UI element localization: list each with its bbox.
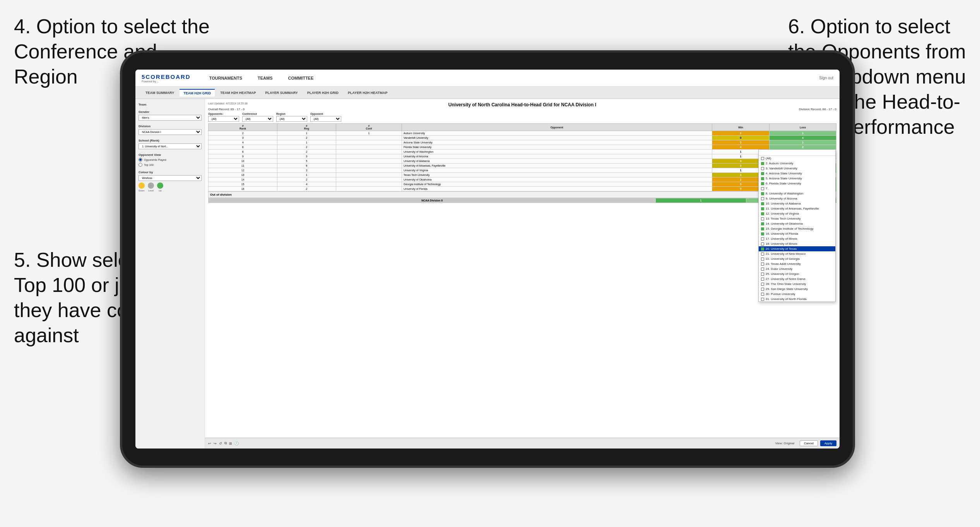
gender-label: Gender — [139, 110, 202, 114]
gender-select[interactable]: Men's — [139, 115, 202, 121]
tab-player-summary[interactable]: PLAYER SUMMARY — [262, 89, 302, 96]
undo-icon[interactable]: ↩ — [208, 442, 211, 445]
region-filter-label: Region — [276, 113, 307, 115]
colour-circle-up — [157, 182, 163, 189]
tab-team-h2h-grid[interactable]: TEAM H2H GRID — [180, 89, 215, 97]
grid-icon[interactable]: ⊞ — [229, 442, 232, 445]
dropdown-item[interactable]: 10. University of Alabama — [759, 201, 835, 206]
copy-icon[interactable]: ⧉ — [224, 441, 227, 445]
dropdown-checkbox — [761, 202, 764, 205]
opponents-filter-select[interactable]: (All) — [208, 116, 239, 122]
dropdown-checkbox — [761, 268, 764, 271]
dropdown-item[interactable]: 15. Georgia Institute of Technology — [759, 226, 835, 231]
dropdown-item[interactable]: 6. Florida State University — [759, 181, 835, 186]
dropdown-item[interactable]: 31. University of North Florida — [759, 297, 835, 302]
nav-committee[interactable]: COMMITTEE — [285, 74, 317, 82]
division-select[interactable]: NCAA Division I — [139, 129, 202, 135]
conference-filter-select[interactable]: (All) — [242, 116, 273, 122]
opponent-dropdown[interactable]: (All)2. Auburn University3. Vanderbilt U… — [758, 149, 836, 302]
dropdown-item[interactable]: 3. Vanderbilt University — [759, 166, 835, 171]
dropdown-checkbox — [761, 283, 764, 286]
dropdown-item[interactable]: 30. Purdue University — [759, 292, 835, 297]
dropdown-search-input[interactable] — [759, 150, 835, 156]
dropdown-item[interactable]: 28. The Ohio State University — [759, 281, 835, 287]
cell-rank: 6 — [209, 145, 277, 150]
tab-team-summary[interactable]: TEAM SUMMARY — [142, 89, 178, 96]
dropdown-item-label: 7. — [766, 187, 768, 190]
dropdown-item[interactable]: 13. Texas Tech University — [759, 216, 835, 221]
opponent-filter-select[interactable]: (All) — [310, 116, 341, 122]
clock-icon[interactable]: 🕐 — [234, 442, 239, 445]
dropdown-item[interactable]: 27. University of Notre Dame — [759, 276, 835, 281]
dropdown-item[interactable]: 9. University of Arizona — [759, 196, 835, 201]
tab-player-h2h-heatmap[interactable]: PLAYER H2H HEATMAP — [344, 89, 392, 96]
dropdown-item-label: 16. University of Florida — [766, 232, 798, 235]
dropdown-checkbox — [761, 217, 764, 220]
nav-signout[interactable]: Sign out — [819, 76, 833, 80]
dropdown-item[interactable]: 17. University of Illinois — [759, 236, 835, 241]
radio-label-top100: Top 100 — [144, 164, 154, 166]
colour-down: Down — [139, 182, 145, 192]
table-row: 12 3 University of Virginia 1 1 — [209, 168, 836, 173]
dropdown-item[interactable]: 5. Arizona State University — [759, 176, 835, 181]
dropdown-checkbox — [761, 293, 764, 296]
overall-record: Overall Record: 89 - 17 - 0 — [208, 107, 245, 111]
apply-button[interactable]: Apply — [820, 440, 836, 446]
dropdown-item[interactable]: 2. Auburn University — [759, 161, 835, 166]
dropdown-checkbox — [761, 237, 764, 240]
conference-filter-group: Conference (All) — [242, 113, 273, 122]
redo-icon[interactable]: ↪ — [214, 442, 217, 445]
refresh-icon[interactable]: ↺ — [219, 442, 222, 445]
cell-reg: 6 — [277, 164, 336, 168]
dropdown-item[interactable]: 22. University of Georgia — [759, 256, 835, 261]
radio-top100[interactable]: Top 100 — [139, 163, 202, 167]
dropdown-item[interactable]: 25. University of Oregon — [759, 271, 835, 276]
cell-rank: 3 — [209, 136, 277, 140]
table-row: 15 4 Georgia Institute of Technology 5 1 — [209, 182, 836, 187]
region-filter-select[interactable]: (All) — [276, 116, 307, 122]
nav-teams[interactable]: TEAMS — [255, 74, 276, 82]
dropdown-item-label: 30. Purdue University — [766, 292, 795, 296]
dropdown-item[interactable]: 24. Duke University — [759, 266, 835, 271]
colour-by-select[interactable]: Win/loss — [139, 175, 202, 181]
dropdown-item[interactable]: 12. University of Virginia — [759, 211, 835, 216]
cell-rank: 10 — [209, 159, 277, 164]
table-row: 10 5 University of Alabama 3 0 — [209, 159, 836, 164]
cell-conf — [336, 177, 402, 182]
out-of-division-table: NCAA Division II 1 0 — [208, 198, 836, 203]
tab-team-h2h-heatmap[interactable]: TEAM H2H HEATMAP — [216, 89, 260, 96]
cancel-button[interactable]: Cancel — [800, 440, 818, 446]
cell-opponent: Vanderbilt University — [402, 136, 712, 140]
dropdown-item[interactable]: 4. Arizona State University — [759, 171, 835, 176]
dropdown-item[interactable]: (All) — [759, 156, 835, 161]
cell-rank: 4 — [209, 140, 277, 145]
opponent-filter-label: Opponent — [310, 113, 341, 115]
dropdown-item[interactable]: 29. San Diego State University — [759, 287, 835, 292]
dropdown-item[interactable]: 21. University of New Mexico — [759, 251, 835, 256]
dropdown-checkbox — [761, 197, 764, 200]
dropdown-item[interactable]: 14. University of Oklahoma — [759, 221, 835, 226]
dropdown-item[interactable]: 7. — [759, 186, 835, 191]
dropdown-item[interactable]: 8. University of Washington — [759, 191, 835, 196]
cell-conf — [336, 154, 402, 159]
tab-player-h2h-grid[interactable]: PLAYER H2H GRID — [303, 89, 342, 96]
dropdown-item[interactable]: 16. University of Florida — [759, 231, 835, 236]
radio-opponents-played[interactable]: Opponents Played — [139, 158, 202, 162]
dropdown-checkbox — [761, 162, 764, 165]
dropdown-checkbox — [761, 212, 764, 215]
cell-rank: 12 — [209, 168, 277, 173]
dropdown-item[interactable]: 11. University of Arkansas, Fayetteville — [759, 206, 835, 211]
dropdown-item-label: 29. San Diego State University — [766, 287, 808, 291]
school-select[interactable]: 1. University of Nort... — [139, 143, 202, 149]
dropdown-item[interactable]: 18. University of Illinois — [759, 241, 835, 246]
table-row: 16 2 University of Florida 5 1 — [209, 187, 836, 191]
nav-tournaments[interactable]: TOURNAMENTS — [206, 74, 245, 82]
colour-up: Up — [157, 182, 163, 192]
colour-label-level: Level — [148, 189, 154, 192]
cell-loss: 1 — [770, 131, 836, 136]
dropdown-checkbox — [761, 242, 764, 246]
left-panel: Team Gender Men's Division NCAA Division… — [135, 99, 205, 449]
dropdown-item[interactable]: 20. University of Texas — [759, 246, 835, 251]
opponent-filter-group: Opponent (All) — [310, 113, 341, 122]
dropdown-item[interactable]: 23. Texas A&M University — [759, 261, 835, 266]
